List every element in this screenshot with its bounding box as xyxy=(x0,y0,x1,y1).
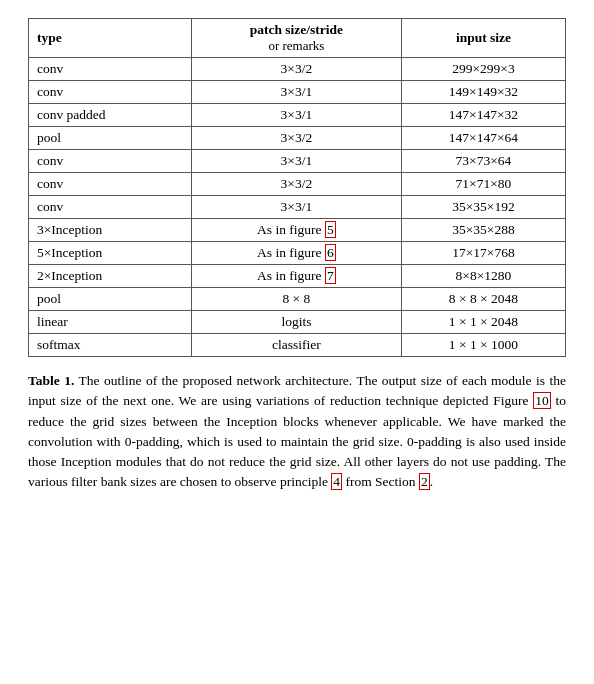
table-row: conv3×3/1149×149×32 xyxy=(29,81,566,104)
caption-label: Table 1. xyxy=(28,373,74,388)
cell-patch: 3×3/1 xyxy=(191,81,401,104)
table-row: 2×InceptionAs in figure 78×8×1280 xyxy=(29,265,566,288)
cell-patch: As in figure 6 xyxy=(191,242,401,265)
cell-patch: 3×3/1 xyxy=(191,196,401,219)
caption-link1: 10 xyxy=(533,392,551,409)
cell-patch: 8 × 8 xyxy=(191,288,401,311)
cell-input: 17×17×768 xyxy=(401,242,565,265)
cell-type: 2×Inception xyxy=(29,265,192,288)
cell-type: conv xyxy=(29,173,192,196)
patch-header-text: patch size/stride xyxy=(250,22,343,37)
figure-link: 7 xyxy=(325,267,336,284)
cell-patch: As in figure 7 xyxy=(191,265,401,288)
cell-type: pool xyxy=(29,127,192,150)
remarks-header-text: or remarks xyxy=(268,38,324,53)
table-row: 5×InceptionAs in figure 617×17×768 xyxy=(29,242,566,265)
cell-type: conv xyxy=(29,196,192,219)
cell-input: 1 × 1 × 2048 xyxy=(401,311,565,334)
cell-input: 149×149×32 xyxy=(401,81,565,104)
cell-input: 147×147×32 xyxy=(401,104,565,127)
col-header-type: type xyxy=(29,19,192,58)
cell-input: 299×299×3 xyxy=(401,58,565,81)
cell-type: conv xyxy=(29,150,192,173)
col-header-patch: patch size/stride or remarks xyxy=(191,19,401,58)
table-row: conv padded3×3/1147×147×32 xyxy=(29,104,566,127)
figure-link: 6 xyxy=(325,244,336,261)
cell-type: pool xyxy=(29,288,192,311)
cell-input: 8×8×1280 xyxy=(401,265,565,288)
cell-patch: 3×3/1 xyxy=(191,104,401,127)
cell-input: 35×35×288 xyxy=(401,219,565,242)
table-row: conv3×3/173×73×64 xyxy=(29,150,566,173)
col-header-input: input size xyxy=(401,19,565,58)
caption-text4: . xyxy=(430,474,433,489)
cell-type: softmax xyxy=(29,334,192,357)
caption-link3: 2 xyxy=(419,473,430,490)
cell-input: 73×73×64 xyxy=(401,150,565,173)
table-row: linearlogits1 × 1 × 2048 xyxy=(29,311,566,334)
cell-type: conv xyxy=(29,81,192,104)
caption-text1: The outline of the proposed network arch… xyxy=(28,373,566,408)
cell-patch: As in figure 5 xyxy=(191,219,401,242)
cell-type: conv xyxy=(29,58,192,81)
cell-input: 71×71×80 xyxy=(401,173,565,196)
table-row: conv3×3/2299×299×3 xyxy=(29,58,566,81)
cell-type: 3×Inception xyxy=(29,219,192,242)
caption-link2: 4 xyxy=(331,473,342,490)
cell-input: 147×147×64 xyxy=(401,127,565,150)
cell-patch: 3×3/2 xyxy=(191,58,401,81)
cell-type: 5×Inception xyxy=(29,242,192,265)
cell-patch: 3×3/2 xyxy=(191,127,401,150)
architecture-table: type patch size/stride or remarks input … xyxy=(28,18,566,357)
table-row: conv3×3/271×71×80 xyxy=(29,173,566,196)
caption-text3: from Section xyxy=(342,474,419,489)
table-row: 3×InceptionAs in figure 535×35×288 xyxy=(29,219,566,242)
table-row: conv3×3/135×35×192 xyxy=(29,196,566,219)
cell-type: conv padded xyxy=(29,104,192,127)
cell-patch: 3×3/2 xyxy=(191,173,401,196)
cell-input: 35×35×192 xyxy=(401,196,565,219)
table-row: softmaxclassifier1 × 1 × 1000 xyxy=(29,334,566,357)
cell-patch: classifier xyxy=(191,334,401,357)
cell-input: 1 × 1 × 1000 xyxy=(401,334,565,357)
cell-input: 8 × 8 × 2048 xyxy=(401,288,565,311)
cell-type: linear xyxy=(29,311,192,334)
cell-patch: logits xyxy=(191,311,401,334)
figure-link: 5 xyxy=(325,221,336,238)
table-caption: Table 1. The outline of the proposed net… xyxy=(28,371,566,493)
table-row: pool8 × 88 × 8 × 2048 xyxy=(29,288,566,311)
table-row: pool3×3/2147×147×64 xyxy=(29,127,566,150)
cell-patch: 3×3/1 xyxy=(191,150,401,173)
